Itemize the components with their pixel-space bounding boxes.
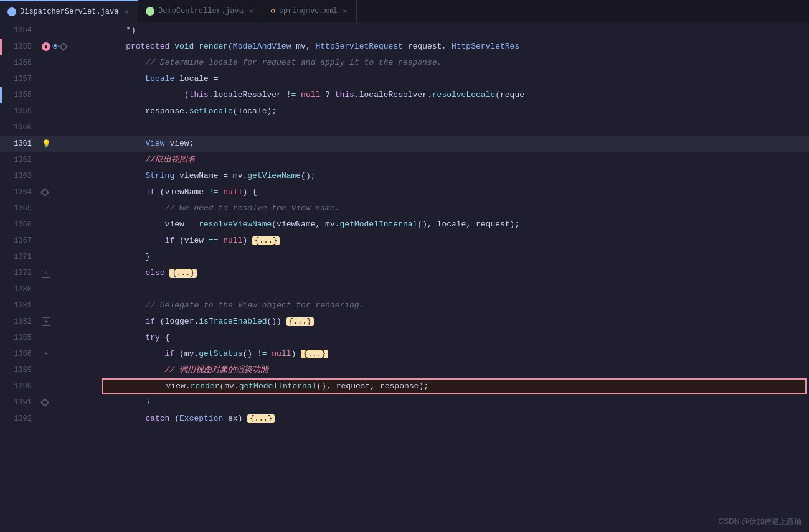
- table-row: 1391 }: [0, 394, 809, 411]
- eye-icon: 👁: [52, 42, 59, 52]
- table-row: 1362 //取出视图名: [0, 152, 809, 168]
- gutter-icons: [39, 152, 102, 168]
- line-code: Locale locale =: [102, 71, 809, 87]
- gutter-icons: +: [39, 314, 102, 330]
- line-code: if (mv.getStatus() != null) {...}: [102, 346, 809, 362]
- table-row: 1385 try {: [0, 330, 809, 346]
- gutter-icons: [39, 168, 102, 184]
- gutter-icons: +: [39, 346, 102, 362]
- gutter-icons: [39, 249, 102, 265]
- table-row: 1358 (this.localeResolver != null ? this…: [0, 87, 809, 103]
- gutter-icons: [39, 362, 102, 378]
- table-row: 1367 if (view == null) {...}: [0, 233, 809, 249]
- line-number: 1392: [2, 411, 39, 427]
- table-row: 1360: [0, 119, 809, 136]
- table-row: 1380: [0, 281, 809, 297]
- code-content[interactable]: 1354 *) 1355 ● 👁 protected void render(M…: [0, 22, 809, 532]
- watermark: CSDN @伏加特遇上西柚: [718, 516, 802, 527]
- table-row: 1364 if (viewName != null) {: [0, 184, 809, 200]
- line-code: response.setLocale(locale);: [102, 103, 809, 119]
- line-number: 1363: [2, 168, 39, 184]
- line-number: 1354: [2, 22, 39, 39]
- fold-expand-icon[interactable]: +: [42, 317, 50, 326]
- tab-label-2: DemoController.java: [158, 7, 244, 16]
- gutter-icons: [39, 87, 102, 103]
- line-code: [102, 119, 809, 136]
- line-code: if (viewName != null) {: [102, 184, 809, 200]
- table-row: 1361 💡 View view;: [0, 136, 809, 152]
- line-code: // Delegate to the View object for rende…: [102, 297, 809, 314]
- line-code: // Determine locale for request and appl…: [102, 55, 809, 71]
- tab-icon-java2: [146, 7, 154, 16]
- fold-icon[interactable]: [40, 398, 49, 407]
- line-code: String viewName = mv.getViewName();: [102, 168, 809, 184]
- line-code: if (logger.isTraceEnabled()) {...}: [102, 314, 809, 330]
- line-number: 1362: [2, 152, 39, 168]
- tab-dispatcher-servlet[interactable]: DispatcherServlet.java ✕: [0, 0, 138, 22]
- gutter-icons: ● 👁: [39, 39, 102, 55]
- gutter-icons: [39, 103, 102, 119]
- line-number: 1386: [2, 346, 39, 362]
- gutter-icons: [39, 217, 102, 233]
- table-row: 1390 view.render(mv.getModelInternal(), …: [0, 378, 809, 394]
- table-row: 1357 Locale locale =: [0, 71, 809, 87]
- table-row: 1372 + else {...}: [0, 265, 809, 281]
- tab-demo-controller[interactable]: DemoController.java ✕: [138, 0, 263, 22]
- code-area: 1354 *) 1355 ● 👁 protected void render(M…: [0, 22, 809, 532]
- line-number: 1358: [2, 87, 39, 103]
- line-number: 1389: [2, 362, 39, 378]
- gutter-icons: [39, 200, 102, 217]
- tab-close-3[interactable]: ✕: [341, 6, 349, 16]
- line-code: // We need to resolve the view name.: [102, 200, 809, 217]
- highlighted-line: view.render(mv.getModelInternal(), reque…: [102, 378, 807, 394]
- line-number: 1359: [2, 103, 39, 119]
- gutter-icons: [39, 281, 102, 297]
- tab-close-1[interactable]: ✕: [122, 7, 130, 16]
- gutter-icons: [39, 71, 102, 87]
- table-row: 1365 // We need to resolve the view name…: [0, 200, 809, 217]
- gutter-icons: [39, 22, 102, 39]
- table-row: 1389 // 调用视图对象的渲染功能: [0, 362, 809, 378]
- line-number: 1355: [2, 39, 39, 55]
- line-number: 1381: [2, 297, 39, 314]
- line-number: 1372: [2, 265, 39, 281]
- table-row: 1371 }: [0, 249, 809, 265]
- bulb-icon[interactable]: 💡: [42, 139, 51, 149]
- gutter-icons: [39, 378, 102, 394]
- line-number: 1356: [2, 55, 39, 71]
- gutter-icons: [39, 411, 102, 427]
- line-code: *): [102, 22, 809, 39]
- line-number: 1367: [2, 233, 39, 249]
- breakpoint-icon[interactable]: ●: [42, 42, 50, 51]
- line-number: 1390: [2, 378, 39, 394]
- gutter-icons: [39, 55, 102, 71]
- gutter-icons: [39, 184, 102, 200]
- table-row: 1386 + if (mv.getStatus() != null) {...}: [0, 346, 809, 362]
- line-number: 1391: [2, 394, 39, 411]
- table-row: 1363 String viewName = mv.getViewName();: [0, 168, 809, 184]
- gutter-icons: [39, 233, 102, 249]
- tab-springmvc-xml[interactable]: ⚙ springmvc.xml ✕: [263, 0, 357, 22]
- fold-expand-icon[interactable]: +: [42, 269, 50, 278]
- gutter-icons: 💡: [39, 136, 102, 152]
- line-number: 1360: [2, 119, 39, 136]
- line-number: 1366: [2, 217, 39, 233]
- line-number: 1385: [2, 330, 39, 346]
- line-code: //取出视图名: [102, 152, 809, 168]
- line-number: 1364: [2, 184, 39, 200]
- fold-icon[interactable]: [59, 42, 68, 51]
- fold-expand-icon[interactable]: +: [42, 350, 50, 358]
- line-code: if (view == null) {...}: [102, 233, 809, 249]
- line-code: protected void render(ModelAndView mv, H…: [102, 39, 809, 55]
- gutter-icons: [39, 394, 102, 411]
- tab-close-2[interactable]: ✕: [247, 6, 255, 16]
- tab-icon-xml: ⚙: [271, 6, 275, 16]
- fold-icon[interactable]: [40, 188, 49, 197]
- table-row: 1356 // Determine locale for request and…: [0, 55, 809, 71]
- table-row: 1359 response.setLocale(locale);: [0, 103, 809, 119]
- code-editor: 1354 *) 1355 ● 👁 protected void render(M…: [0, 22, 809, 532]
- line-number: 1365: [2, 200, 39, 217]
- line-number: 1361: [2, 136, 39, 152]
- table-row: 1382 + if (logger.isTraceEnabled()) {...…: [0, 314, 809, 330]
- tab-icon-java: [7, 7, 16, 16]
